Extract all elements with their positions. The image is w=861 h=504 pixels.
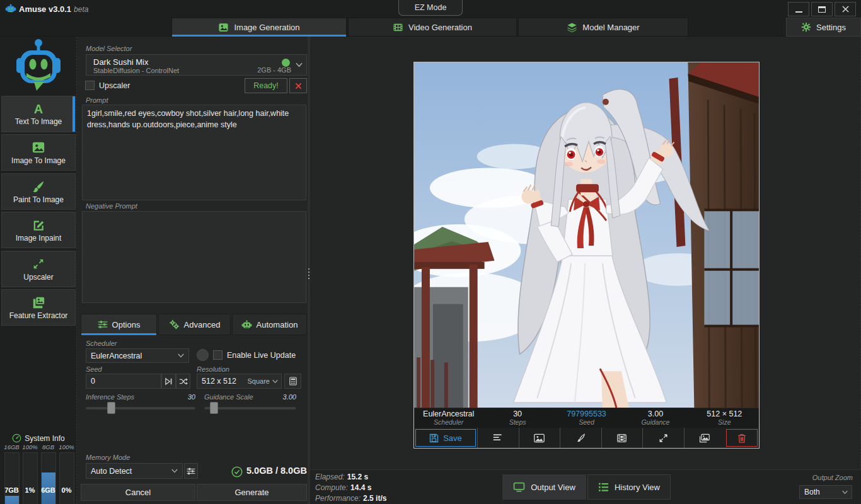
stat-steps: 30Steps — [483, 408, 552, 428]
send-to-paint-button[interactable] — [560, 428, 601, 448]
tab-automation[interactable]: Automation — [232, 314, 307, 335]
resolution-group: 512 x 512 Square — [197, 374, 282, 389]
gear-icon — [801, 22, 811, 32]
scheduler-dropdown[interactable]: EulerAncestral — [86, 348, 189, 363]
system-info-header: System Info — [0, 433, 77, 443]
sidebar-item-paint-to-image[interactable]: Paint To Image — [1, 173, 76, 210]
sidebar-item-label: Image To Image — [11, 156, 66, 165]
send-to-video-button[interactable] — [601, 428, 643, 448]
seed-increment-button[interactable] — [161, 374, 176, 389]
generated-image-card: EulerAncestralScheduler 30Steps 79799553… — [413, 62, 760, 449]
monitor-icon — [513, 482, 525, 492]
inference-steps-slider[interactable] — [86, 407, 195, 410]
sidebar-item-image-inpaint[interactable]: Image Inpaint — [1, 212, 76, 248]
live-update-label: Enable Live Update — [227, 351, 296, 360]
film-icon — [393, 22, 403, 33]
output-zoom-dropdown[interactable]: Both — [799, 485, 852, 499]
letter-a-icon: A — [34, 103, 43, 115]
output-view-button[interactable]: Output View — [502, 474, 586, 500]
feature-extract-button[interactable] — [684, 428, 725, 448]
tab-label: Automation — [257, 320, 298, 329]
cpu-meter — [23, 452, 38, 504]
splitter-grip — [308, 268, 309, 281]
history-view-button[interactable]: History View — [587, 474, 671, 500]
live-update-indicator — [197, 349, 209, 361]
sidebar-item-feature-extractor[interactable]: Feature Extractor — [1, 289, 76, 326]
model-selector-label: Model Selector — [86, 45, 132, 52]
sidebar-item-label: Text To Image — [15, 117, 62, 126]
sliders-icon — [187, 467, 195, 475]
image-icon — [534, 433, 545, 443]
meter-max-ram: 16GB — [3, 444, 21, 450]
sidebar-item-text-to-image[interactable]: A Text To Image — [1, 96, 76, 132]
tab-options[interactable]: Options — [81, 314, 157, 335]
tab-label: Advanced — [184, 320, 221, 329]
maximize-button[interactable] — [811, 2, 833, 16]
guidance-scale-slider[interactable] — [204, 407, 296, 410]
negative-prompt-input[interactable] — [82, 211, 306, 303]
tab-model-manager[interactable]: Model Manager — [518, 18, 688, 37]
image-icon — [218, 22, 229, 33]
cancel-button[interactable]: Cancel — [81, 484, 195, 501]
sidebar-item-upscaler[interactable]: Upscaler — [1, 251, 76, 287]
brush-icon — [32, 180, 45, 193]
negative-prompt-label: Negative Prompt — [86, 202, 137, 210]
copy-prompt-button[interactable] — [477, 428, 519, 448]
model-selector-dropdown[interactable]: Dark Sushi Mix StableDiffusion - Control… — [86, 54, 307, 76]
send-to-image-button[interactable] — [519, 428, 560, 448]
stat-scheduler: EulerAncestralScheduler — [414, 408, 483, 428]
scheduler-label: Scheduler — [86, 340, 117, 347]
save-image-button[interactable]: Save — [415, 429, 476, 447]
tab-advanced[interactable]: Advanced — [158, 314, 231, 335]
gears-icon — [169, 319, 180, 329]
seed-random-button[interactable] — [176, 374, 190, 389]
calculator-icon — [289, 377, 297, 386]
minimize-button[interactable] — [788, 2, 809, 16]
close-button[interactable] — [835, 2, 856, 16]
prompt-input[interactable]: 1girl,smile,red eyes,cowboy shot,silver … — [82, 105, 306, 200]
tab-video-generation[interactable]: Video Generation — [348, 18, 517, 37]
sidebar-item-image-to-image[interactable]: Image To Image — [1, 134, 76, 171]
shuffle-icon — [179, 377, 188, 386]
generation-panel: Model Selector Dark Sushi Mix StableDiff… — [81, 37, 307, 504]
model-subtitle: StableDiffusion - ControlNet — [93, 67, 179, 74]
generate-button[interactable]: Generate — [197, 484, 307, 501]
ready-button[interactable]: Ready! — [245, 78, 287, 93]
inference-steps-value: 30 — [170, 393, 195, 401]
memory-mode-dropdown[interactable]: Auto Detect — [86, 463, 183, 479]
generated-image[interactable] — [414, 62, 759, 408]
aspect-value[interactable]: Square — [248, 377, 270, 385]
stat-seed: 797995533Seed — [552, 408, 621, 428]
tab-image-generation[interactable]: Image Generation — [171, 18, 347, 37]
seed-input[interactable]: 0 — [86, 374, 161, 389]
prompt-label: Prompt — [86, 96, 108, 104]
inference-slider-handle[interactable] — [107, 402, 115, 414]
delete-image-button[interactable] — [726, 429, 758, 447]
red-x-icon — [295, 83, 302, 89]
chevron-down-icon[interactable] — [272, 379, 278, 384]
chevron-down-icon — [178, 353, 184, 358]
app-title: Amuse v3.0.1beta — [19, 4, 88, 14]
unload-model-button[interactable] — [289, 78, 307, 93]
stat-guidance: 3.00Guidance — [621, 408, 690, 428]
upscaler-checkbox[interactable] — [85, 81, 95, 90]
upscaler-label: Upscaler — [99, 81, 130, 90]
model-name: Dark Sushi Mix — [93, 57, 148, 67]
resolution-calculator-button[interactable] — [284, 374, 301, 389]
settings-label: Settings — [816, 23, 846, 32]
upscale-button[interactable] — [642, 428, 684, 448]
resolution-value: 512 x 512 — [197, 377, 248, 386]
memory-settings-button[interactable] — [184, 463, 198, 479]
scheduler-value: EulerAncestral — [86, 352, 178, 360]
sidebar-item-label: Feature Extractor — [9, 311, 68, 320]
minimize-icon — [795, 11, 802, 13]
robot-icon — [241, 320, 252, 329]
image-stack-icon — [32, 295, 45, 309]
guidance-slider-handle[interactable] — [210, 402, 218, 414]
live-update-checkbox[interactable] — [213, 350, 222, 360]
settings-button[interactable]: Settings — [786, 18, 861, 37]
vram-usage: 5.0GB / 8.0GB — [246, 466, 307, 476]
ez-mode-button[interactable]: EZ Mode — [398, 0, 463, 16]
seed-link[interactable]: 797995533 — [552, 410, 621, 418]
gpu-meter — [59, 452, 74, 504]
